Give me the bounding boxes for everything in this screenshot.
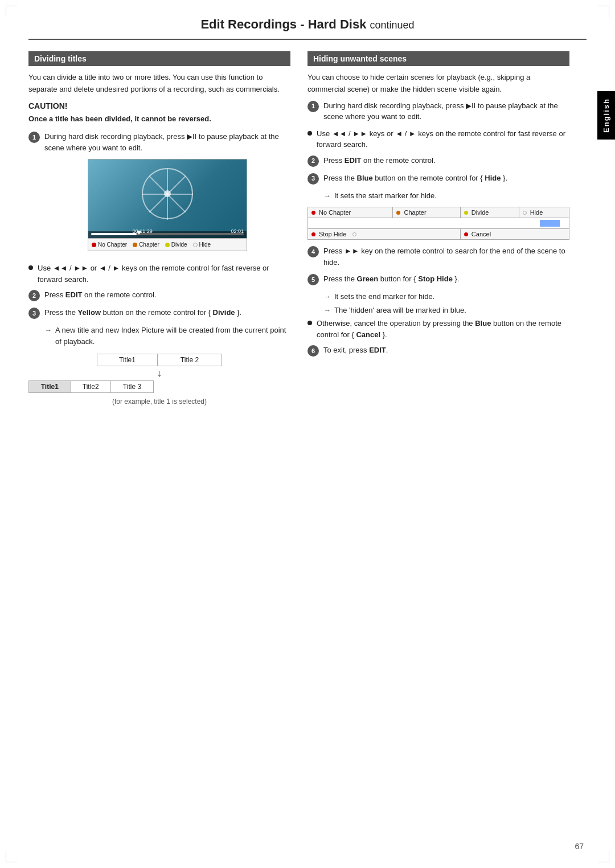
step-2-content: Press EDIT on the remote control. (44, 289, 290, 301)
step-num-2: 2 (28, 290, 40, 301)
divide-dot (165, 243, 170, 247)
chapter-item: Chapter (133, 240, 159, 249)
bullet-1-content: Use ◄◄ / ►► or ◄ / ► keys on the remote … (38, 263, 290, 285)
down-arrow: ↓ (28, 367, 290, 379)
right-arrow-sym-1: → (323, 190, 331, 202)
ht-no-chapter-dot (311, 211, 315, 215)
right-arrow-sym-3: → (323, 305, 331, 316)
hide-table-top-row: No Chapter Chapter Divide (308, 207, 569, 218)
hide-table-bottom-row: Stop Hide Cancel (308, 229, 569, 240)
right-step-4-content: Press ►► key on the remote control to se… (323, 245, 569, 268)
title3-after: Title 3 (110, 381, 153, 393)
right-step-5-content: Press the Green button for { Stop Hide }… (323, 273, 569, 285)
ht-stop-hide: Stop Hide (308, 229, 461, 240)
ht-cancel: Cancel (460, 229, 569, 240)
right-bullet-dot-1 (308, 131, 312, 136)
step-num-3: 3 (28, 308, 40, 319)
ferris-wheel-icon (139, 165, 196, 222)
dividing-titles-header: Dividing titles (28, 51, 290, 66)
hide-item: Hide (193, 240, 211, 249)
right-step-num-6: 6 (308, 345, 319, 357)
right-step-num-2: 2 (308, 155, 319, 167)
right-bullet-1: Use ◄◄ / ►► keys or ◄ / ► keys on the re… (308, 128, 569, 150)
right-step-num-3: 3 (308, 173, 319, 185)
title-table-after: Title1 Title2 Title 3 (28, 380, 154, 393)
playback-screen: 00:11:29 02:01 (88, 159, 247, 239)
end-time: 02:01 (231, 228, 244, 236)
no-chapter-label: No Chapter (98, 240, 127, 249)
ht-chapter: Chapter (393, 207, 460, 218)
page-number: 67 (575, 842, 584, 851)
left-bullet-1: Use ◄◄ / ►► or ◄ / ► keys on the remote … (28, 263, 290, 285)
right-bullet-2: Otherwise, cancel the operation by press… (308, 318, 569, 340)
ht-hide-dot (523, 211, 527, 215)
chapter-dot (133, 243, 137, 247)
right-step-1: 1 During hard disk recording playback, p… (308, 100, 569, 122)
right-step-6: 6 To exit, press EDIT. (308, 345, 569, 357)
right-step-4: 4 Press ►► key on the remote control to … (308, 245, 569, 268)
no-chapter-item: No Chapter (92, 240, 127, 249)
divide-item: Divide (165, 240, 187, 249)
playback-controls: 00:11:29 02:01 (88, 231, 247, 238)
right-step-5: 5 Press the Green button for { Stop Hide… (308, 273, 569, 285)
hide-table-wrap: No Chapter Chapter Divide (308, 207, 569, 240)
left-step-3: 3 Press the Yellow button on the remote … (28, 307, 290, 319)
right-step-1-content: During hard disk recording playback, pre… (323, 100, 569, 122)
no-chapter-dot (92, 243, 96, 247)
right-step-2-content: Press EDIT on the remote control. (323, 155, 569, 166)
bullet-dot-1 (28, 265, 33, 270)
hide-blue-indicator (540, 220, 560, 227)
progress-fill (91, 233, 137, 235)
hiding-unwanted-scenes-section: Hiding unwanted scenes You can choose to… (308, 51, 569, 412)
step-num-1: 1 (28, 132, 40, 143)
ht-divide-dot (464, 211, 468, 215)
chapter-label: Chapter (139, 240, 159, 249)
ht-divide: Divide (460, 207, 519, 218)
example-caption: (for example, title 1 is selected) (28, 396, 290, 407)
left-step-2: 2 Press EDIT on the remote control. (28, 289, 290, 301)
ht-chapter-dot (396, 211, 400, 215)
progress-bar (91, 233, 244, 235)
right-step-6-content: To exit, press EDIT. (323, 345, 569, 356)
hide-table: No Chapter Chapter Divide (308, 207, 569, 240)
title-table-before: Title1 Title 2 (97, 354, 222, 366)
caution-title: CAUTION! (28, 100, 290, 112)
right-step-num-5: 5 (308, 274, 319, 285)
ht-stop-hide-dot2 (352, 232, 356, 236)
right-step-num-4: 4 (308, 246, 319, 257)
ht-indicator-row (308, 218, 569, 229)
right-step-2: 2 Press EDIT on the remote control. (308, 155, 569, 167)
title2-before: Title 2 (157, 354, 222, 366)
playback-image: 00:11:29 02:01 No Chapter (88, 159, 247, 251)
title-tables: Title1 Title 2 ↓ Title1 Title2 Title 3 (28, 354, 290, 393)
left-arrow-1: → A new title and new Index Picture will… (28, 325, 290, 347)
right-step-num-1: 1 (308, 101, 319, 112)
hide-dot (193, 243, 198, 247)
page-title: Edit Recordings - Hard Disk continued (28, 17, 587, 40)
left-step-1: 1 During hard disk recording playback, p… (28, 131, 290, 257)
chapter-bar: No Chapter Chapter Divide (88, 239, 247, 251)
hide-table-mid-row (308, 218, 569, 229)
arrow-symbol-1: → (44, 325, 52, 336)
right-bullet-1-content: Use ◄◄ / ►► keys or ◄ / ► keys on the re… (317, 128, 569, 150)
step-1-content: During hard disk recording playback, pre… (44, 131, 290, 257)
step-3-content: Press the Yellow button on the remote co… (44, 307, 290, 318)
divide-label: Divide (171, 240, 187, 249)
right-step-3-content: Press the Blue button on the remote cont… (323, 173, 569, 184)
right-bullet-dot-2 (308, 321, 312, 325)
title1-before: Title1 (97, 354, 158, 366)
dividing-titles-section: Dividing titles You can divide a title i… (28, 51, 290, 412)
right-arrow-sym-2: → (323, 291, 331, 302)
ht-cancel-dot (464, 232, 468, 236)
hiding-intro: You can choose to hide certain scenes fo… (308, 72, 569, 96)
title1-after: Title1 (29, 381, 71, 393)
right-bullet-2-content: Otherwise, cancel the operation by press… (317, 318, 569, 340)
right-arrow-3: → The 'hidden' area will be marked in bl… (308, 305, 569, 316)
ht-no-chapter: No Chapter (308, 207, 393, 218)
ht-stop-hide-dot (311, 232, 315, 236)
caution-body: Once a title has been divided, it cannot… (28, 113, 290, 125)
ht-hide: Hide (519, 207, 569, 218)
title2-after: Title2 (71, 381, 110, 393)
dividing-titles-intro: You can divide a title into two or more … (28, 72, 290, 96)
hiding-unwanted-header: Hiding unwanted scenes (308, 51, 569, 66)
